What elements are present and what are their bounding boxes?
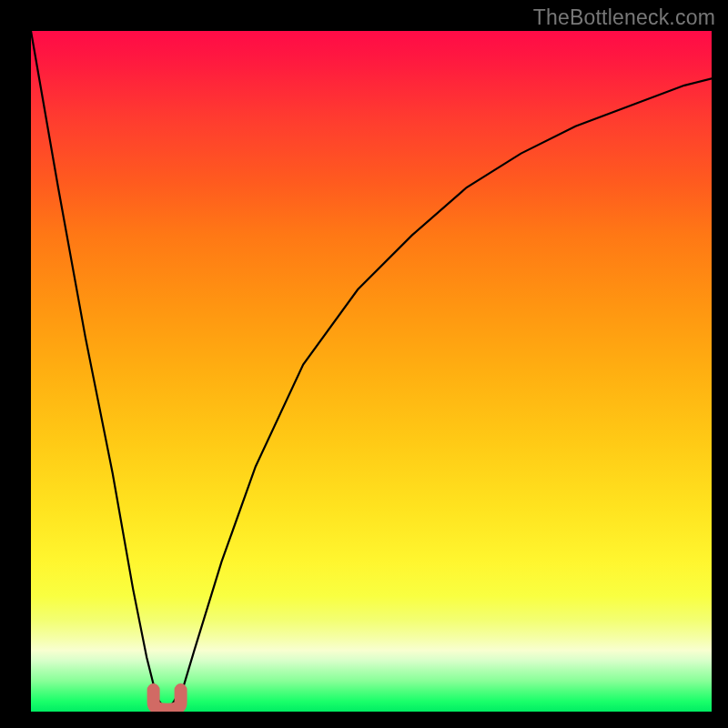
bottleneck-curve-left — [31, 31, 167, 712]
plot-area — [31, 31, 712, 712]
curve-layer — [31, 31, 712, 712]
minimum-marker-u — [154, 690, 181, 710]
watermark-text: TheBottleneck.com — [533, 5, 715, 30]
chart-frame: TheBottleneck.com — [0, 0, 728, 728]
bottleneck-curve-right — [167, 78, 712, 712]
